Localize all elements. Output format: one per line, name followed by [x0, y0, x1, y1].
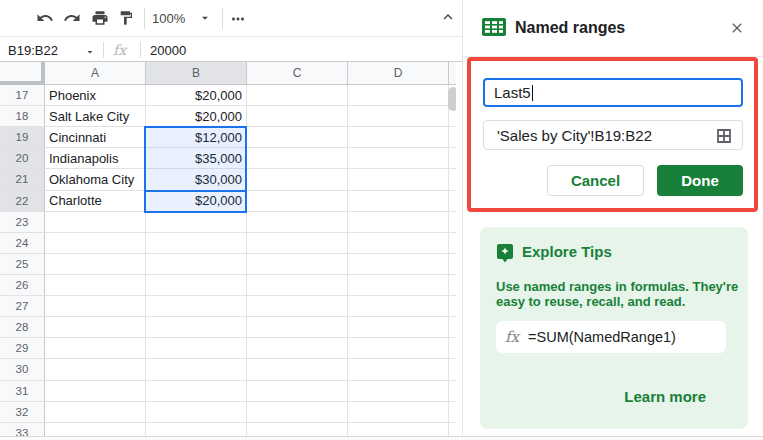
cell-A21[interactable]: Oklahoma City [45, 169, 146, 190]
cell-C21[interactable] [247, 169, 348, 190]
cell-B32[interactable] [146, 402, 247, 423]
select-data-range-icon[interactable] [716, 128, 732, 144]
row-header-24[interactable]: 24 [0, 233, 45, 254]
row-header-20[interactable]: 20 [0, 148, 45, 169]
cell-D21[interactable] [348, 169, 449, 190]
cell-D33[interactable] [348, 423, 449, 436]
cell-A31[interactable] [45, 381, 146, 402]
cell-D31[interactable] [348, 381, 449, 402]
name-box-dropdown-icon[interactable] [84, 44, 96, 56]
cell-B24[interactable] [146, 233, 247, 254]
cell-A18[interactable]: Salt Lake City [45, 106, 146, 127]
row-header-17[interactable]: 17 [0, 85, 45, 106]
cell-C32[interactable] [247, 402, 348, 423]
paint-format-icon[interactable] [118, 10, 134, 26]
cell-B30[interactable] [146, 359, 247, 380]
cell-A22[interactable]: Charlotte [45, 191, 146, 212]
vertical-scrollbar-thumb[interactable] [448, 87, 456, 111]
cell-D27[interactable] [348, 296, 449, 317]
cancel-button[interactable]: Cancel [547, 165, 644, 196]
cell-B17[interactable]: $20,000 [146, 85, 247, 106]
column-header-C[interactable]: C [247, 62, 348, 85]
zoom-control[interactable]: 100% [152, 0, 185, 37]
cell-C17[interactable] [247, 85, 348, 106]
done-button[interactable]: Done [657, 165, 743, 196]
row-header-22[interactable]: 22 [0, 191, 45, 212]
row-header-18[interactable]: 18 [0, 106, 45, 127]
cell-C20[interactable] [247, 148, 348, 169]
more-icon[interactable] [229, 10, 247, 28]
cell-A24[interactable] [45, 233, 146, 254]
cell-A17[interactable]: Phoenix [45, 85, 146, 106]
cell-C24[interactable] [247, 233, 348, 254]
cell-D17[interactable] [348, 85, 449, 106]
cell-B25[interactable] [146, 254, 247, 275]
formula-input[interactable]: 20000 [150, 38, 186, 62]
cell-D30[interactable] [348, 359, 449, 380]
row-header-23[interactable]: 23 [0, 212, 45, 233]
cell-B27[interactable] [146, 296, 247, 317]
cell-A33[interactable] [45, 423, 146, 436]
cell-D20[interactable] [348, 148, 449, 169]
cell-C29[interactable] [247, 338, 348, 359]
cell-A26[interactable] [45, 275, 146, 296]
range-reference-input[interactable]: 'Sales by City'!B19:B22 [483, 120, 743, 150]
cell-D18[interactable] [348, 106, 449, 127]
cell-C18[interactable] [247, 106, 348, 127]
close-icon[interactable] [729, 20, 745, 36]
row-header-28[interactable]: 28 [0, 317, 45, 338]
row-header-30[interactable]: 30 [0, 359, 45, 380]
cell-C22[interactable] [247, 191, 348, 212]
cell-D29[interactable] [348, 338, 449, 359]
cell-A28[interactable] [45, 317, 146, 338]
cell-B26[interactable] [146, 275, 247, 296]
cell-A29[interactable] [45, 338, 146, 359]
undo-icon[interactable] [36, 9, 54, 27]
cell-D24[interactable] [348, 233, 449, 254]
cell-D28[interactable] [348, 317, 449, 338]
redo-icon[interactable] [63, 9, 81, 27]
cell-C30[interactable] [247, 359, 348, 380]
row-header-25[interactable]: 25 [0, 254, 45, 275]
row-header-29[interactable]: 29 [0, 338, 45, 359]
cell-D22[interactable] [348, 191, 449, 212]
cell-D26[interactable] [348, 275, 449, 296]
cell-D23[interactable] [348, 212, 449, 233]
row-header-27[interactable]: 27 [0, 296, 45, 317]
cell-A23[interactable] [45, 212, 146, 233]
cell-B19[interactable]: $12,000 [146, 127, 247, 148]
cell-B23[interactable] [146, 212, 247, 233]
row-header-19[interactable]: 19 [0, 127, 45, 148]
row-header-26[interactable]: 26 [0, 275, 45, 296]
column-header-A[interactable]: A [45, 62, 146, 85]
cell-C26[interactable] [247, 275, 348, 296]
cell-B31[interactable] [146, 381, 247, 402]
cell-B29[interactable] [146, 338, 247, 359]
cell-C23[interactable] [247, 212, 348, 233]
cell-A30[interactable] [45, 359, 146, 380]
cell-A25[interactable] [45, 254, 146, 275]
cell-C33[interactable] [247, 423, 348, 436]
cell-A19[interactable]: Cincinnati [45, 127, 146, 148]
cell-D25[interactable] [348, 254, 449, 275]
print-icon[interactable] [91, 9, 109, 27]
row-header-31[interactable]: 31 [0, 381, 45, 402]
cell-C27[interactable] [247, 296, 348, 317]
cell-A27[interactable] [45, 296, 146, 317]
row-header-33[interactable]: 33 [0, 423, 45, 436]
cell-B18[interactable]: $20,000 [146, 106, 247, 127]
cell-B22[interactable]: $20,000 [146, 191, 247, 212]
collapse-toolbar-icon[interactable] [439, 8, 457, 26]
cell-C28[interactable] [247, 317, 348, 338]
name-box[interactable]: B19:B22 [8, 38, 58, 62]
row-header-32[interactable]: 32 [0, 402, 45, 423]
cell-B20[interactable]: $35,000 [146, 148, 247, 169]
cell-B21[interactable]: $30,000 [146, 169, 247, 190]
cell-D19[interactable] [348, 127, 449, 148]
cell-D32[interactable] [348, 402, 449, 423]
cell-C31[interactable] [247, 381, 348, 402]
zoom-dropdown-icon[interactable] [198, 11, 212, 25]
column-header-D[interactable]: D [348, 62, 449, 85]
cell-C25[interactable] [247, 254, 348, 275]
cell-C19[interactable] [247, 127, 348, 148]
